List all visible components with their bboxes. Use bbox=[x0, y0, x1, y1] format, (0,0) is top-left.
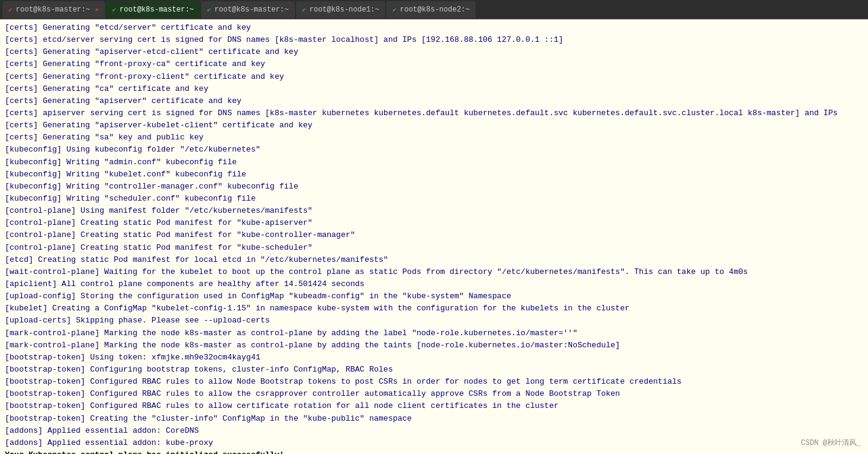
tab-4[interactable]: ✔ root@k8s-node1:~ bbox=[296, 1, 385, 18]
terminal-line: [kubeconfig] Writing "kubelet.conf" kube… bbox=[5, 169, 863, 181]
terminal-line: [mark-control-plane] Marking the node k8… bbox=[5, 327, 863, 339]
terminal-line: [bootstrap-token] Configured RBAC rules … bbox=[5, 376, 863, 388]
terminal-line: [mark-control-plane] Marking the node k8… bbox=[5, 339, 863, 352]
terminal-line: [kubeconfig] Writing "controller-manager… bbox=[5, 181, 863, 193]
tab-5-label: root@k8s-node2:~ bbox=[400, 5, 469, 14]
terminal-line: [etcd] Creating static Pod manifest for … bbox=[5, 254, 863, 266]
terminal-line: [wait-control-plane] Waiting for the kub… bbox=[5, 266, 863, 278]
tab-3-label: root@k8s-master:~ bbox=[215, 5, 289, 14]
terminal-line: [certs] Generating "apiserver-etcd-clien… bbox=[5, 46, 863, 58]
success-message: Your Kubernetes control-plane has initia… bbox=[5, 449, 863, 454]
terminal-line: [kubelet] Creating a ConfigMap "kubelet-… bbox=[5, 302, 863, 315]
terminal-line: [control-plane] Creating static Pod mani… bbox=[5, 217, 863, 229]
terminal-line: [addons] Applied essential addon: kube-p… bbox=[5, 437, 863, 449]
terminal-line: [upload-config] Storing the configuratio… bbox=[5, 290, 863, 302]
terminal-line: [bootstrap-token] Using token: xfmjke.mh… bbox=[5, 352, 863, 364]
terminal-line: [certs] apiserver serving cert is signed… bbox=[5, 107, 863, 119]
terminal-line: [kubeconfig] Using kubeconfig folder "/e… bbox=[5, 144, 863, 156]
tab-2[interactable]: ✔ root@k8s-master:~ bbox=[106, 1, 200, 18]
terminal-line: [control-plane] Creating static Pod mani… bbox=[5, 229, 863, 241]
tab-bar: ✔ root@k8s-master:~ ✕ ✔ root@k8s-master:… bbox=[0, 0, 868, 19]
terminal-line: [bootstrap-token] Configuring bootstrap … bbox=[5, 364, 863, 376]
terminal-line: [certs] Generating "apiserver-kubelet-cl… bbox=[5, 119, 863, 132]
terminal-line: [upload-certs] Skipping phase. Please se… bbox=[5, 315, 863, 327]
tab-2-label: root@k8s-master:~ bbox=[119, 5, 193, 14]
tab-1-close-icon[interactable]: ✕ bbox=[95, 5, 99, 13]
tab-1[interactable]: ✔ root@k8s-master:~ ✕ bbox=[2, 1, 105, 18]
terminal-line: [certs] Generating "etcd/server" certifi… bbox=[5, 22, 863, 34]
tab-4-label: root@k8s-node1:~ bbox=[309, 5, 379, 14]
terminal-line: [bootstrap-token] Configured RBAC rules … bbox=[5, 400, 863, 412]
terminal-line: [apiclient] All control plane components… bbox=[5, 278, 863, 290]
terminal-line: [certs] Generating "front-proxy-client" … bbox=[5, 71, 863, 83]
tab-2-status-icon: ✔ bbox=[112, 6, 116, 13]
tab-3-status-icon: ✔ bbox=[207, 6, 211, 13]
terminal-line: [certs] Generating "apiserver" certifica… bbox=[5, 95, 863, 107]
watermark-text: CSDN @秋叶清风_ bbox=[801, 438, 861, 449]
terminal-line: [certs] Generating "sa" key and public k… bbox=[5, 132, 863, 144]
tab-5[interactable]: ✔ root@k8s-node2:~ bbox=[386, 1, 476, 18]
terminal-output: [certs] Generating "etcd/server" certifi… bbox=[0, 19, 868, 454]
terminal-line: [bootstrap-token] Creating the "cluster-… bbox=[5, 413, 863, 425]
terminal-line: [kubeconfig] Writing "scheduler.conf" ku… bbox=[5, 193, 863, 205]
terminal-line: [control-plane] Creating static Pod mani… bbox=[5, 242, 863, 254]
terminal-line: [certs] Generating "ca" certificate and … bbox=[5, 83, 863, 95]
tab-1-label: root@k8s-master:~ bbox=[16, 5, 90, 14]
terminal-line: [certs] Generating "front-proxy-ca" cert… bbox=[5, 58, 863, 70]
terminal-line: [certs] etcd/server serving cert is sign… bbox=[5, 34, 863, 46]
terminal-line: [bootstrap-token] Configured RBAC rules … bbox=[5, 388, 863, 400]
tab-1-status-icon: ✔ bbox=[8, 6, 12, 13]
terminal-line: [control-plane] Using manifest folder "/… bbox=[5, 205, 863, 217]
terminal-line: [kubeconfig] Writing "admin.conf" kubeco… bbox=[5, 156, 863, 169]
tab-3[interactable]: ✔ root@k8s-master:~ bbox=[201, 1, 295, 18]
terminal-line: [addons] Applied essential addon: CoreDN… bbox=[5, 425, 863, 437]
tab-4-status-icon: ✔ bbox=[302, 6, 306, 13]
tab-5-status-icon: ✔ bbox=[392, 6, 396, 13]
